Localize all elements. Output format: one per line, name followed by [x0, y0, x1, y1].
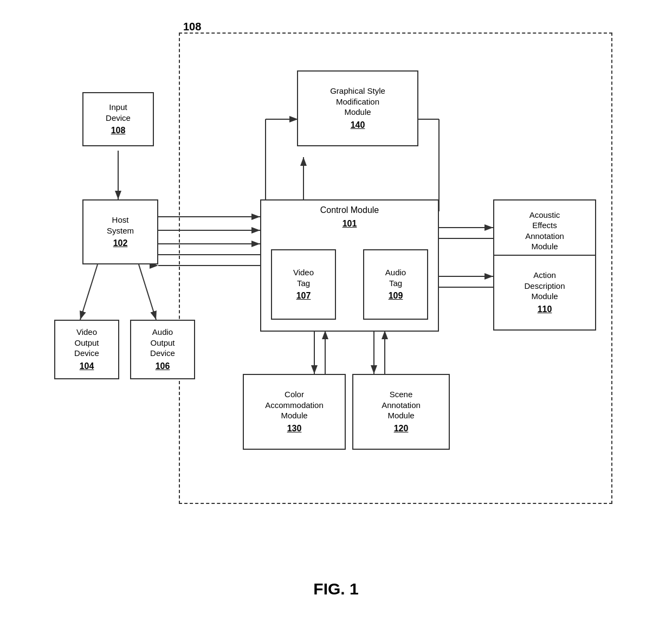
action-description-label: ActionDescriptionModule [524, 270, 565, 302]
control-module-num: 101 [343, 218, 357, 230]
audio-tag-box: AudioTag 109 [363, 249, 428, 320]
scene-annotation-num: 120 [394, 423, 409, 435]
audio-output-label: AudioOutputDevice [150, 327, 175, 359]
host-system-num: 102 [113, 238, 128, 249]
svg-line-5 [80, 264, 98, 320]
video-tag-label: VideoTag [293, 267, 314, 288]
video-output-label: VideoOutputDevice [74, 327, 99, 359]
color-accommodation-num: 130 [287, 423, 302, 435]
color-accommodation-box: ColorAccommodationModule 130 [243, 374, 346, 450]
figure-label: FIG. 1 [313, 580, 358, 598]
acoustic-effects-label: AcousticEffectsAnnotationModule [525, 210, 564, 252]
scene-annotation-box: SceneAnnotationModule 120 [352, 374, 450, 450]
input-device-label: InputDevice [106, 102, 131, 123]
audio-output-num: 106 [156, 361, 170, 372]
host-system-label: HostSystem [107, 215, 134, 236]
input-device-box: InputDevice 108 [82, 92, 154, 146]
graphical-style-box: Graphical StyleModificationModule 140 [297, 70, 418, 146]
diagram: 108 InputDevice 108 HostSystem 102 Video… [38, 16, 634, 569]
video-output-box: VideoOutputDevice 104 [54, 320, 119, 379]
input-device-num: 108 [111, 125, 126, 137]
svg-line-6 [139, 264, 156, 320]
video-output-num: 104 [80, 361, 94, 372]
graphical-style-num: 140 [351, 120, 365, 131]
action-description-num: 110 [538, 304, 552, 315]
video-tag-num: 107 [296, 290, 311, 302]
audio-tag-label: AudioTag [385, 267, 406, 288]
graphical-style-label: Graphical StyleModificationModule [330, 86, 385, 118]
host-system-box: HostSystem 102 [82, 199, 158, 264]
audio-output-box: AudioOutputDevice 106 [130, 320, 195, 379]
scene-annotation-label: SceneAnnotationModule [382, 389, 421, 421]
control-module-label: Control Module [320, 205, 379, 216]
video-tag-box: VideoTag 107 [271, 249, 336, 320]
color-accommodation-label: ColorAccommodationModule [265, 389, 324, 421]
action-description-box: ActionDescriptionModule 110 [493, 255, 596, 331]
system-label: 108 [183, 21, 201, 33]
audio-tag-num: 109 [389, 290, 403, 302]
